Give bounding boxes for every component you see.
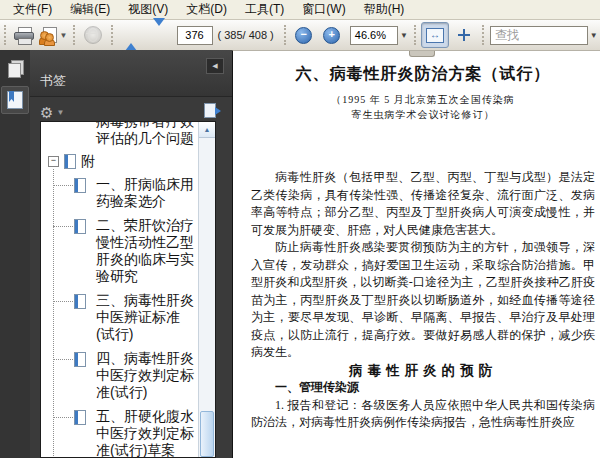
toolbar-grip[interactable] [73,25,75,45]
document-page: 六、病毒性肝炎防治方案（试行） （1995 年 5 月北京第五次全国传染病 寄生… [233,51,600,432]
print-button[interactable] [11,23,37,47]
printer-icon [14,27,34,43]
toolbar: ▼ ( 385/ 408 ) − + 46.6% ▼ ↔ [0,20,600,51]
bookmark-item[interactable]: 一、肝病临床用药验案选介 [94,176,199,210]
menu-bar: 文件(F) 编辑(E) 视图(V) 文档(D) 工具(T) 窗口(W) 帮助(H… [0,0,600,20]
bookmarks-icon [7,91,23,109]
find-input[interactable]: 查找 [490,26,588,45]
pages-icon [8,60,23,77]
nav-bookmarks-button[interactable] [1,86,29,114]
zoom-in-button[interactable]: + [319,23,345,47]
fit-width-icon: ↔ [426,28,444,43]
bookmark-page-icon [64,154,76,169]
paragraph: 防止病毒性肝炎感染要贯彻预防为主的方针，加强领导，深入宣传，发动群众，搞好爱国卫… [251,239,595,362]
document-body: 病毒性肝炎（包括甲型、乙型、丙型、丁型与戊型）是法定乙类传染病，具有传染性强、传… [251,169,595,432]
panel-collapse-button[interactable]: ◀ [206,58,224,74]
menu-view[interactable]: 视图(V) [119,0,177,19]
nav-pages-button[interactable] [2,55,28,81]
bookmark-page-icon [74,410,86,425]
goto-bookmark-icon[interactable] [204,103,220,119]
zoom-level-field[interactable]: 46.6% [350,26,398,45]
page-count-label: ( 385/ 408 ) [218,29,274,41]
bookmark-item[interactable]: 三、病毒性肝炎中医辨证标准(试行) [94,292,199,343]
bookmarks-panel-title: 书签 [40,72,66,90]
scrollbar-up-button[interactable]: ▲ [199,122,215,138]
document-subtitle: （1995 年 5 月北京第五次全国传染病 寄生虫病学术会议讨论修订） [251,92,595,122]
menu-help[interactable]: 帮助(H) [355,0,414,19]
web-capture-button [80,23,106,47]
menu-window[interactable]: 窗口(W) [293,0,354,19]
chevron-down-icon: ▼ [60,31,68,40]
collaborate-button[interactable]: ▼ [39,23,68,47]
bookmark-children: 一、肝病临床用药验案选介 二、荣肝饮治疗慢性活动性乙型肝炎的临床与实验研究 三、… [94,176,199,457]
toolbar-grip[interactable] [4,25,6,45]
arrow-down-icon [153,26,165,44]
minus-icon: − [295,27,312,44]
bookmarks-tree-content: 病毒携带者疗效评估的几个问题 − 附 一、肝病临床用药验案选介 二、荣肝饮治疗慢… [41,122,199,457]
find-dropdown-button[interactable]: ▼ [588,26,600,45]
paragraph: 1. 报告和登记：各级医务人员应依照中华人民共和国传染病防治法，对病毒性肝炎病例… [251,397,595,432]
document-pane: 六、病毒性肝炎防治方案（试行） （1995 年 5 月北京第五次全国传染病 寄生… [232,50,600,458]
bookmarks-scrollbar[interactable]: ▲ [198,122,215,457]
menu-edit[interactable]: 编辑(E) [61,0,119,19]
bookmark-item[interactable]: 病毒携带者疗效评估的几个问题 [94,122,199,147]
pane-grabber[interactable] [409,51,435,57]
bookmark-parent-label: 附 [81,153,95,170]
bookmarks-panel-header: 书签 ◀ [30,50,232,97]
subtitle-line-2: 寄生虫病学术会议讨论修订） [251,107,595,122]
fit-page-button[interactable] [451,23,477,47]
scrollbar-thumb[interactable] [200,411,214,457]
options-gear-icon[interactable]: ⚙ [40,105,53,120]
document-title: 六、病毒性肝炎防治方案（试行） [251,64,595,85]
toolbar-grip[interactable] [482,25,484,45]
subtitle-line-1: （1995 年 5 月北京第五次全国传染病 [251,92,595,107]
menu-file[interactable]: 文件(F) [4,0,61,19]
zoom-out-button[interactable]: − [291,23,317,47]
bookmark-item[interactable]: 五、肝硬化腹水中医疗效判定标准(试行)草案 [94,408,199,457]
zoom-dropdown-button[interactable]: ▼ [398,26,410,45]
bookmarks-tree: 病毒携带者疗效评估的几个问题 − 附 一、肝病临床用药验案选介 二、荣肝饮治疗慢… [40,121,216,458]
fit-page-icon [458,29,470,41]
menu-tools[interactable]: 工具(T) [236,0,293,19]
bookmark-item[interactable]: 四、病毒性肝炎中医疗效判定标准(试行) [94,350,199,401]
toolbar-grip[interactable] [414,25,416,45]
sub-heading: 一、管理传染源 [251,379,595,397]
bookmark-item[interactable]: 二、荣肝饮治疗慢性活动性乙型肝炎的临床与实验研究 [94,217,199,285]
page-number-input[interactable] [177,26,213,45]
bookmark-parent-row[interactable]: − 附 [48,153,199,170]
toolbar-grip[interactable] [111,25,113,45]
navigation-strip [0,50,31,458]
paragraph: 病毒性肝炎（包括甲型、乙型、丙型、丁型与戊型）是法定乙类传染病，具有传染性强、传… [251,169,595,239]
next-page-button[interactable] [146,23,172,47]
bookmark-page-icon [74,178,86,193]
collapse-minus-icon[interactable]: − [48,156,59,167]
arrow-up-icon [125,26,137,44]
bookmark-page-icon [74,352,86,367]
collaborate-icon [39,27,58,44]
bookmarks-panel: 书签 ◀ ⚙ ▼ 病毒携带者疗效评估的几个问题 − 附 一、肝病临床用药验案选介 [30,50,232,458]
chevron-down-icon: ▼ [56,108,64,117]
bookmark-page-icon [74,219,86,234]
globe-icon [84,26,102,44]
section-heading: 病毒性肝炎的预防 [251,362,595,380]
pdf-reader-window: 文件(F) 编辑(E) 视图(V) 文档(D) 工具(T) 窗口(W) 帮助(H… [0,0,600,458]
menu-document[interactable]: 文档(D) [177,0,236,19]
plus-icon: + [323,27,340,44]
previous-page-button[interactable] [118,23,144,47]
bookmark-page-icon [74,294,86,309]
toolbar-grip[interactable] [284,25,286,45]
fit-width-button[interactable]: ↔ [421,22,449,48]
